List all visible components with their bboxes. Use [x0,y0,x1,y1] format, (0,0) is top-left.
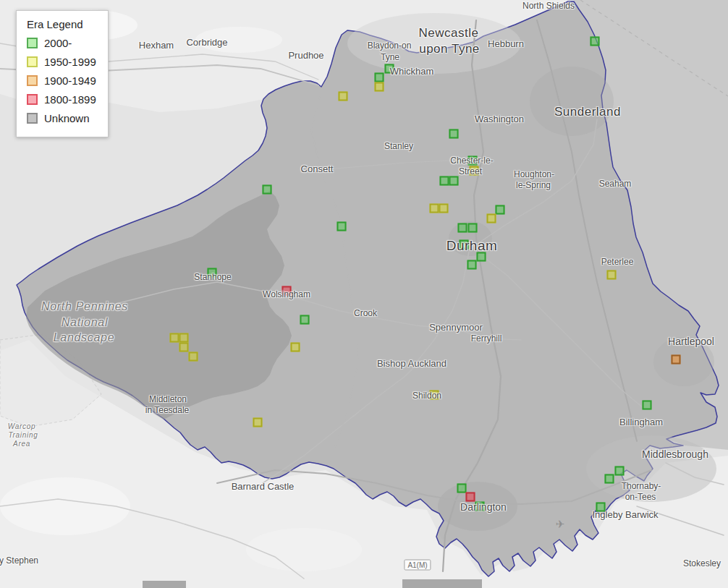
legend-item-2000: 2000- [27,35,96,50]
legend-swatch-1900-1949 [27,75,38,86]
in-teesdale-label: in Teesdale [145,405,190,415]
hexham-label: Hexham [139,40,174,51]
era-marker-2000[interactable] [300,315,310,325]
hebburn-label: Hebburn [488,38,524,49]
le-spring-label: le-Spring [516,180,551,190]
ferryhill-label: Ferryhill [471,333,502,344]
stokesley-label: Stokesley [683,558,721,568]
legend-title: Era Legend [27,18,96,30]
era-marker-1950-1999[interactable] [179,343,189,352]
north-shields-label: North Shields [522,1,575,11]
legend-swatch-1950-1999 [27,56,38,67]
training-label: Training [9,431,38,439]
era-marker-1950-1999[interactable] [253,418,263,427]
era-marker-2000[interactable] [440,176,449,186]
era-legend: Era Legend 2000-1950-19991900-19491800-1… [16,10,109,137]
era-marker-2000[interactable] [449,129,459,139]
street-label: Street [459,166,482,176]
era-marker-1950-1999[interactable] [430,204,439,213]
legend-label: 1950-1999 [44,56,96,67]
legend-item-unknown: Unknown [27,111,96,125]
corbridge-label: Corbridge [186,37,227,48]
bishop-auckland-label: Bishop Auckland [377,358,446,369]
y-stephen-label: y Stephen [0,555,38,566]
darlington-label: Darlington [460,501,507,513]
consett-label: Consett [301,163,334,174]
stanley-label: Stanley [384,141,413,151]
era-marker-2000[interactable] [467,260,477,270]
middleton-label: Middleton [149,394,187,404]
era-marker-1950-1999[interactable] [439,204,449,213]
tyne-label: Tyne [381,52,399,62]
era-marker-2000[interactable] [458,223,467,233]
chester-le-label: Chester-le- [450,155,493,166]
map-viewport[interactable]: North ShieldsNewcastleupon TyneHebburnHe… [0,0,728,588]
woodland-patch [143,581,186,588]
barnard-castle-label: Barnard Castle [232,481,295,492]
era-marker-2000[interactable] [605,474,614,484]
wolsingham-label: Wolsingham [263,289,310,299]
whickham-label: Whickham [390,66,434,77]
era-marker-2000[interactable] [496,205,505,215]
legend-item-1950-1999: 1950-1999 [27,54,96,69]
washington-label: Washington [475,114,524,124]
woodland-patch [402,579,482,588]
crook-label: Crook [354,308,377,318]
blaydon-on-label: Blaydon-on [368,41,412,51]
legend-label: 2000- [44,38,72,48]
era-marker-2000[interactable] [643,401,652,410]
map-canvas[interactable] [0,0,728,588]
prudhoe-label: Prudhoe [288,50,323,61]
on-tees-label: on-Tees [625,492,656,502]
era-marker-1950-1999[interactable] [179,333,189,343]
era-marker-2000[interactable] [468,223,478,233]
houghton-label: Houghton- [514,169,554,179]
seaham-label: Seaham [599,179,632,189]
thornaby-label: Thornaby- [622,481,661,491]
legend-swatch-unknown [27,113,38,124]
urban-area-sunderland [530,67,614,136]
era-marker-2000[interactable] [375,73,384,82]
era-marker-2000[interactable] [591,37,600,46]
era-marker-1950-1999[interactable] [189,352,198,362]
terrain-patch [0,477,130,535]
era-marker-2000[interactable] [449,176,459,186]
era-marker-2000[interactable] [263,185,272,195]
peterlee-label: Peterlee [601,257,634,267]
airport-icon: ✈ [556,518,565,531]
era-legend-items: 2000-1950-19991900-19491800-1899Unknown [27,35,96,125]
hartlepool-label: Hartlepool [668,336,714,347]
newcastle-label: Newcastle [419,26,479,41]
era-marker-1950-1999[interactable] [170,333,179,343]
era-marker-1950-1999[interactable] [339,92,348,101]
legend-item-1900-1949: 1900-1949 [27,73,96,88]
sunderland-label: Sunderland [554,105,621,119]
legend-swatch-2000 [27,38,38,48]
legend-item-1800-1899: 1800-1899 [27,92,96,106]
spennymoor-label: Spennymoor [429,322,483,333]
era-marker-2000[interactable] [337,222,347,231]
legend-label: 1900-1949 [44,75,96,86]
era-marker-1950-1999[interactable] [487,214,496,223]
era-marker-1950-1999[interactable] [607,270,617,280]
middlesbrough-label: Middlesbrough [642,448,708,460]
landscape-label: Landscape [54,331,115,344]
legend-label: Unknown [44,113,90,124]
durham-label: Durham [446,238,498,254]
upon-tyne-label: upon Tyne [419,42,480,56]
era-marker-1950-1999[interactable] [375,82,384,92]
area-label: Area [13,440,30,448]
shildon-label: Shildon [412,391,441,401]
billingham-label: Billingham [619,417,663,427]
legend-swatch-1800-1899 [27,94,38,105]
warcop-label: Warcop [8,422,35,430]
era-marker-1800-1899[interactable] [466,493,475,502]
era-marker-1900-1949[interactable] [672,355,681,365]
ingleby-barwick-label: Ingleby Barwick [592,509,658,520]
terrain-patch [246,528,362,571]
stanhope-label: Stanhope [194,272,231,282]
north-pennines-label: North Pennines [41,300,128,313]
era-marker-1950-1999[interactable] [291,343,300,352]
era-marker-2000[interactable] [615,466,625,476]
legend-label: 1800-1899 [44,94,96,105]
